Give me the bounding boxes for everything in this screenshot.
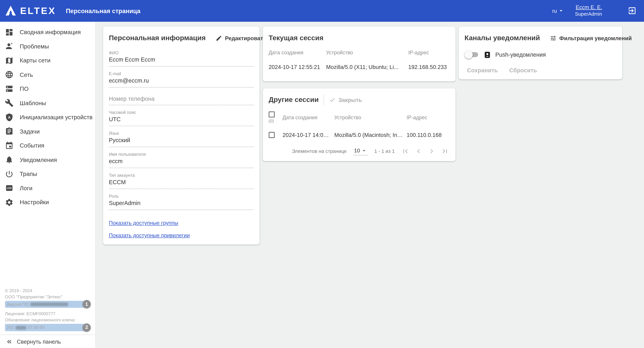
traps-icon	[5, 170, 14, 178]
column-header: Дата создания	[269, 46, 326, 59]
field-phone: Номер телефона	[109, 92, 254, 105]
events-icon	[5, 141, 14, 150]
field-email: E-mail eccm@eccm.ru	[109, 71, 254, 88]
first-page-icon[interactable]	[401, 147, 410, 155]
selected-count: (0)	[269, 118, 280, 123]
last-page-icon[interactable]	[441, 147, 449, 155]
notification-channels-title: Каналы уведомлений	[464, 34, 540, 42]
version-line: Версия ПО 1	[5, 300, 91, 308]
field-fio: ФИО Eccm Eccm Eccm	[109, 50, 254, 67]
sidebar-item-label: Карты сети	[20, 57, 50, 64]
sidebar-item-label: ПО	[20, 86, 28, 92]
problems-icon	[5, 42, 14, 51]
app-root: ELTEX Персональная страница ru Eccm E. E…	[0, 0, 644, 348]
sidebar-item-label: Проблемы	[20, 43, 49, 50]
page-range: 1 - 1 из 1	[374, 148, 395, 154]
sidebar-item-label: Логи	[20, 185, 32, 191]
sidebar-item-network[interactable]: Сеть	[0, 68, 95, 82]
top-header: ELTEX Персональная страница ru Eccm E. E…	[0, 0, 644, 22]
user-menu[interactable]: Eccm E. E. SuperAdmin	[575, 4, 602, 18]
table-row: 2024-10-17 12:55:21 Mozilla/5.0 (X11; Ub…	[269, 59, 450, 76]
license: Лицензия: ECMF0000777	[5, 311, 91, 317]
next-page-icon[interactable]	[428, 147, 436, 155]
license-update-time: 07:00:00	[28, 325, 44, 330]
field-language: Язык Русский	[109, 131, 254, 147]
brand-name: ELTEX	[20, 6, 56, 17]
field-username: Имя пользователя eccm	[109, 152, 254, 168]
personal-info-card: Персональная информация Редактировать ФИ…	[103, 27, 260, 245]
sidebar-item-software[interactable]: ПО	[0, 82, 95, 96]
version-label: Версия ПО	[6, 301, 29, 307]
sidebar-item-logs[interactable]: LOG Логи	[0, 181, 95, 195]
select-all-checkbox[interactable]	[269, 111, 275, 118]
session-ip: 100.110.0.168	[407, 127, 450, 143]
sidebar-item-notifications[interactable]: Уведомления	[0, 153, 95, 167]
current-session-table: Дата создания Устройство IP-адрес 2024-1…	[269, 46, 450, 76]
sidebar-item-label: Настройки	[20, 199, 49, 206]
company-name: ООО "Предприятие "Элтекс"	[5, 294, 91, 300]
network-icon	[5, 70, 14, 79]
sidebar: Сводная информация Проблемы Карты сети С…	[0, 22, 96, 348]
row-checkbox[interactable]	[269, 132, 275, 138]
items-per-page-select[interactable]: 10	[353, 147, 368, 155]
network-maps-icon	[5, 56, 14, 65]
sidebar-item-tasks[interactable]: Задачи	[0, 124, 95, 138]
sidebar-item-problems[interactable]: Проблемы	[0, 39, 95, 53]
sidebar-item-templates[interactable]: Шаблоны	[0, 96, 95, 110]
redacted-date-value	[16, 326, 26, 329]
filter-notifications-button[interactable]: Фильтрация уведомлений	[550, 35, 632, 42]
table-row: 2024-10-17 14:03:29 Mozilla/5.0 (Macinto…	[269, 127, 450, 143]
eltex-logo[interactable]: ELTEX	[4, 5, 56, 17]
session-device: Mozilla/5.0 (X11; Ubuntu; Li...	[326, 59, 408, 76]
other-sessions-card: Другие сессии Закрыть	[263, 88, 456, 161]
sidebar-item-label: Трапы	[20, 171, 37, 177]
settings-icon	[5, 198, 14, 207]
push-toggle[interactable]	[464, 51, 479, 59]
field-timezone: Часовой пояс UTC	[109, 110, 254, 126]
session-ip: 192.168.50.233	[408, 59, 450, 76]
sidebar-item-events[interactable]: События	[0, 138, 95, 153]
sidebar-item-label: Шаблоны	[20, 100, 46, 106]
notifications-icon	[5, 155, 14, 164]
main-content: Персональная информация Редактировать ФИ…	[96, 22, 644, 348]
prev-page-icon[interactable]	[414, 147, 422, 155]
sidebar-item-summary[interactable]: Сводная информация	[0, 25, 95, 39]
show-groups-link[interactable]: Показать доступные группы	[109, 220, 178, 226]
language-selector[interactable]: ru	[552, 8, 564, 14]
session-created: 2024-10-17 14:03:29	[282, 127, 334, 143]
sidebar-item-network-maps[interactable]: Карты сети	[0, 54, 95, 68]
field-role: Роль SuperAdmin	[109, 194, 254, 210]
svg-text:A: A	[8, 115, 10, 119]
divider	[324, 95, 324, 105]
sidebar-item-label: Сводная информация	[20, 29, 81, 36]
sidebar-item-device-init[interactable]: A Инициализация устройств	[0, 110, 95, 124]
callout-2: 2	[82, 323, 91, 332]
dashboard-icon	[5, 28, 14, 37]
copyright: © 2019 - 2024	[5, 288, 91, 294]
sidebar-item-label: Уведомления	[20, 156, 57, 163]
reset-button[interactable]: Сбросить	[509, 67, 537, 74]
pagination: Элементов на странице 10 1 - 1 из 1	[269, 147, 450, 155]
close-sessions-button[interactable]: Закрыть	[329, 97, 362, 103]
column-header: IP-адрес	[407, 107, 450, 127]
notification-channels-card: Каналы уведомлений Фильтрация уведомлени…	[459, 27, 622, 79]
double-chevron-left-icon	[6, 338, 13, 345]
templates-icon	[5, 99, 14, 107]
redaction-highlight: Версия ПО 1	[5, 300, 87, 308]
sidebar-item-label: Задачи	[20, 128, 40, 135]
collapse-panel-button[interactable]: Свернуть панель	[0, 334, 95, 348]
show-privileges-link[interactable]: Показать доступные привилегии	[109, 232, 190, 238]
sidebar-item-traps[interactable]: Трапы	[0, 167, 95, 181]
device-init-icon: A	[5, 113, 14, 121]
tasks-icon	[5, 127, 14, 136]
sidebar-item-settings[interactable]: Настройки	[0, 195, 95, 209]
column-header: IP-адрес	[408, 46, 450, 59]
save-button[interactable]: Сохранить	[467, 67, 498, 74]
user-role: SuperAdmin	[575, 11, 602, 18]
logout-icon[interactable]	[628, 7, 636, 16]
edit-button[interactable]: Редактировать	[216, 35, 266, 42]
chevron-down-icon	[558, 8, 564, 14]
eltex-logo-icon	[4, 5, 17, 17]
license-update-label: Обновление лицензионного ключа:	[5, 317, 91, 323]
push-notification-icon	[484, 51, 491, 59]
